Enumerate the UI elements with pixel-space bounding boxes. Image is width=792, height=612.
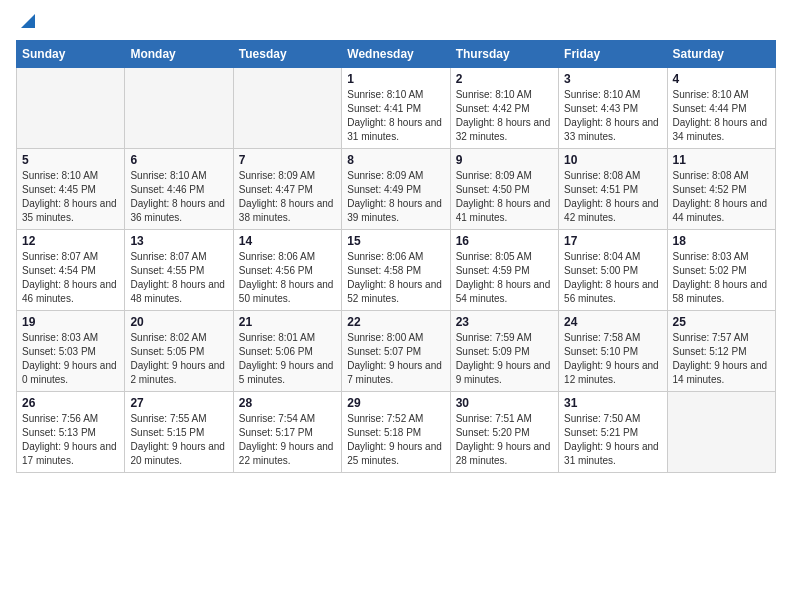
day-number: 2 [456, 72, 553, 86]
calendar-cell: 3Sunrise: 8:10 AMSunset: 4:43 PMDaylight… [559, 68, 667, 149]
day-number: 4 [673, 72, 770, 86]
calendar-cell: 11Sunrise: 8:08 AMSunset: 4:52 PMDayligh… [667, 149, 775, 230]
day-info: Sunrise: 7:59 AMSunset: 5:09 PMDaylight:… [456, 331, 553, 387]
day-info: Sunrise: 7:54 AMSunset: 5:17 PMDaylight:… [239, 412, 336, 468]
calendar-cell [667, 392, 775, 473]
week-row-4: 19Sunrise: 8:03 AMSunset: 5:03 PMDayligh… [17, 311, 776, 392]
day-info: Sunrise: 7:56 AMSunset: 5:13 PMDaylight:… [22, 412, 119, 468]
day-number: 9 [456, 153, 553, 167]
day-number: 24 [564, 315, 661, 329]
day-info: Sunrise: 7:58 AMSunset: 5:10 PMDaylight:… [564, 331, 661, 387]
day-number: 26 [22, 396, 119, 410]
calendar-cell: 10Sunrise: 8:08 AMSunset: 4:51 PMDayligh… [559, 149, 667, 230]
calendar-cell: 2Sunrise: 8:10 AMSunset: 4:42 PMDaylight… [450, 68, 558, 149]
day-info: Sunrise: 8:03 AMSunset: 5:03 PMDaylight:… [22, 331, 119, 387]
day-info: Sunrise: 8:10 AMSunset: 4:42 PMDaylight:… [456, 88, 553, 144]
calendar-cell: 29Sunrise: 7:52 AMSunset: 5:18 PMDayligh… [342, 392, 450, 473]
calendar-cell: 5Sunrise: 8:10 AMSunset: 4:45 PMDaylight… [17, 149, 125, 230]
weekday-header-friday: Friday [559, 41, 667, 68]
day-number: 17 [564, 234, 661, 248]
day-info: Sunrise: 8:09 AMSunset: 4:49 PMDaylight:… [347, 169, 444, 225]
day-number: 14 [239, 234, 336, 248]
week-row-1: 1Sunrise: 8:10 AMSunset: 4:41 PMDaylight… [17, 68, 776, 149]
calendar-cell: 12Sunrise: 8:07 AMSunset: 4:54 PMDayligh… [17, 230, 125, 311]
calendar-cell: 17Sunrise: 8:04 AMSunset: 5:00 PMDayligh… [559, 230, 667, 311]
page-header [16, 16, 776, 30]
day-number: 25 [673, 315, 770, 329]
day-info: Sunrise: 8:08 AMSunset: 4:52 PMDaylight:… [673, 169, 770, 225]
calendar-cell [125, 68, 233, 149]
logo-triangle-icon [17, 12, 35, 30]
calendar-cell [17, 68, 125, 149]
day-info: Sunrise: 7:57 AMSunset: 5:12 PMDaylight:… [673, 331, 770, 387]
calendar-cell: 18Sunrise: 8:03 AMSunset: 5:02 PMDayligh… [667, 230, 775, 311]
logo [16, 16, 35, 30]
calendar-table: SundayMondayTuesdayWednesdayThursdayFrid… [16, 40, 776, 473]
day-info: Sunrise: 8:01 AMSunset: 5:06 PMDaylight:… [239, 331, 336, 387]
day-info: Sunrise: 8:10 AMSunset: 4:41 PMDaylight:… [347, 88, 444, 144]
day-info: Sunrise: 8:06 AMSunset: 4:58 PMDaylight:… [347, 250, 444, 306]
week-row-5: 26Sunrise: 7:56 AMSunset: 5:13 PMDayligh… [17, 392, 776, 473]
calendar-cell: 1Sunrise: 8:10 AMSunset: 4:41 PMDaylight… [342, 68, 450, 149]
day-number: 18 [673, 234, 770, 248]
week-row-2: 5Sunrise: 8:10 AMSunset: 4:45 PMDaylight… [17, 149, 776, 230]
calendar-cell: 15Sunrise: 8:06 AMSunset: 4:58 PMDayligh… [342, 230, 450, 311]
weekday-header-wednesday: Wednesday [342, 41, 450, 68]
day-info: Sunrise: 8:02 AMSunset: 5:05 PMDaylight:… [130, 331, 227, 387]
day-number: 5 [22, 153, 119, 167]
weekday-header-row: SundayMondayTuesdayWednesdayThursdayFrid… [17, 41, 776, 68]
day-info: Sunrise: 8:07 AMSunset: 4:54 PMDaylight:… [22, 250, 119, 306]
day-number: 13 [130, 234, 227, 248]
day-number: 29 [347, 396, 444, 410]
calendar-cell: 24Sunrise: 7:58 AMSunset: 5:10 PMDayligh… [559, 311, 667, 392]
calendar-cell: 14Sunrise: 8:06 AMSunset: 4:56 PMDayligh… [233, 230, 341, 311]
calendar-cell [233, 68, 341, 149]
day-info: Sunrise: 8:08 AMSunset: 4:51 PMDaylight:… [564, 169, 661, 225]
calendar-cell: 22Sunrise: 8:00 AMSunset: 5:07 PMDayligh… [342, 311, 450, 392]
day-info: Sunrise: 8:09 AMSunset: 4:50 PMDaylight:… [456, 169, 553, 225]
day-number: 7 [239, 153, 336, 167]
calendar-cell: 6Sunrise: 8:10 AMSunset: 4:46 PMDaylight… [125, 149, 233, 230]
day-info: Sunrise: 8:10 AMSunset: 4:43 PMDaylight:… [564, 88, 661, 144]
day-number: 30 [456, 396, 553, 410]
week-row-3: 12Sunrise: 8:07 AMSunset: 4:54 PMDayligh… [17, 230, 776, 311]
day-info: Sunrise: 8:00 AMSunset: 5:07 PMDaylight:… [347, 331, 444, 387]
calendar-cell: 23Sunrise: 7:59 AMSunset: 5:09 PMDayligh… [450, 311, 558, 392]
day-number: 28 [239, 396, 336, 410]
svg-marker-0 [21, 14, 35, 28]
calendar-cell: 26Sunrise: 7:56 AMSunset: 5:13 PMDayligh… [17, 392, 125, 473]
day-info: Sunrise: 7:50 AMSunset: 5:21 PMDaylight:… [564, 412, 661, 468]
day-number: 16 [456, 234, 553, 248]
calendar-cell: 4Sunrise: 8:10 AMSunset: 4:44 PMDaylight… [667, 68, 775, 149]
day-number: 27 [130, 396, 227, 410]
day-info: Sunrise: 7:51 AMSunset: 5:20 PMDaylight:… [456, 412, 553, 468]
calendar-cell: 19Sunrise: 8:03 AMSunset: 5:03 PMDayligh… [17, 311, 125, 392]
calendar-cell: 16Sunrise: 8:05 AMSunset: 4:59 PMDayligh… [450, 230, 558, 311]
weekday-header-saturday: Saturday [667, 41, 775, 68]
day-number: 1 [347, 72, 444, 86]
calendar-cell: 21Sunrise: 8:01 AMSunset: 5:06 PMDayligh… [233, 311, 341, 392]
day-info: Sunrise: 8:10 AMSunset: 4:45 PMDaylight:… [22, 169, 119, 225]
calendar-cell: 7Sunrise: 8:09 AMSunset: 4:47 PMDaylight… [233, 149, 341, 230]
day-info: Sunrise: 7:52 AMSunset: 5:18 PMDaylight:… [347, 412, 444, 468]
day-info: Sunrise: 8:10 AMSunset: 4:44 PMDaylight:… [673, 88, 770, 144]
calendar-cell: 30Sunrise: 7:51 AMSunset: 5:20 PMDayligh… [450, 392, 558, 473]
day-info: Sunrise: 8:10 AMSunset: 4:46 PMDaylight:… [130, 169, 227, 225]
day-number: 20 [130, 315, 227, 329]
day-number: 19 [22, 315, 119, 329]
day-number: 11 [673, 153, 770, 167]
day-info: Sunrise: 7:55 AMSunset: 5:15 PMDaylight:… [130, 412, 227, 468]
day-info: Sunrise: 8:09 AMSunset: 4:47 PMDaylight:… [239, 169, 336, 225]
day-number: 6 [130, 153, 227, 167]
day-info: Sunrise: 8:04 AMSunset: 5:00 PMDaylight:… [564, 250, 661, 306]
weekday-header-monday: Monday [125, 41, 233, 68]
weekday-header-sunday: Sunday [17, 41, 125, 68]
day-number: 10 [564, 153, 661, 167]
day-number: 8 [347, 153, 444, 167]
day-number: 3 [564, 72, 661, 86]
calendar-cell: 9Sunrise: 8:09 AMSunset: 4:50 PMDaylight… [450, 149, 558, 230]
day-number: 21 [239, 315, 336, 329]
day-info: Sunrise: 8:06 AMSunset: 4:56 PMDaylight:… [239, 250, 336, 306]
day-number: 23 [456, 315, 553, 329]
day-number: 15 [347, 234, 444, 248]
